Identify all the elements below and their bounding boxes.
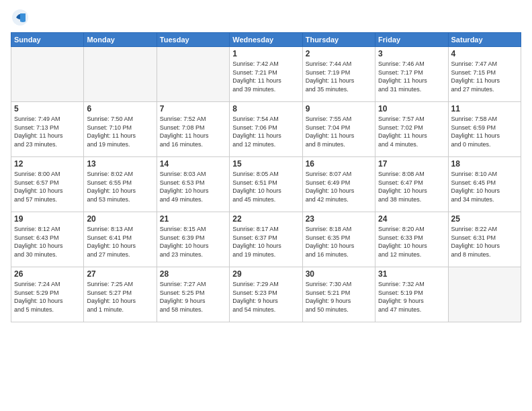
day-number: 22 <box>232 214 299 224</box>
calendar-week-row: 1Sunrise: 7:42 AM Sunset: 7:21 PM Daylig… <box>11 47 521 102</box>
day-info: Sunrise: 7:32 AM Sunset: 5:19 PM Dayligh… <box>378 280 445 314</box>
day-number: 18 <box>451 159 518 169</box>
day-info: Sunrise: 8:05 AM Sunset: 6:51 PM Dayligh… <box>232 170 299 203</box>
day-number: 6 <box>87 104 153 113</box>
day-number: 24 <box>378 214 445 224</box>
calendar-cell <box>11 47 84 102</box>
calendar-week-row: 19Sunrise: 8:12 AM Sunset: 6:43 PM Dayli… <box>11 212 521 267</box>
day-info: Sunrise: 8:18 AM Sunset: 6:35 PM Dayligh… <box>306 225 372 259</box>
weekday-header-monday: Monday <box>84 33 157 47</box>
day-info: Sunrise: 7:52 AM Sunset: 7:08 PM Dayligh… <box>160 115 226 148</box>
day-number: 21 <box>160 214 226 224</box>
weekday-header-tuesday: Tuesday <box>157 33 229 47</box>
calendar-cell: 3Sunrise: 7:46 AM Sunset: 7:17 PM Daylig… <box>375 47 448 102</box>
day-info: Sunrise: 8:08 AM Sunset: 6:47 PM Dayligh… <box>378 170 445 203</box>
calendar-cell: 26Sunrise: 7:24 AM Sunset: 5:29 PM Dayli… <box>11 267 84 322</box>
day-number: 30 <box>306 269 372 279</box>
calendar-cell: 27Sunrise: 7:25 AM Sunset: 5:27 PM Dayli… <box>84 267 157 322</box>
day-number: 28 <box>160 269 226 279</box>
day-number: 3 <box>378 49 445 58</box>
calendar-cell: 7Sunrise: 7:52 AM Sunset: 7:08 PM Daylig… <box>157 102 229 157</box>
calendar-cell: 10Sunrise: 7:57 AM Sunset: 7:02 PM Dayli… <box>375 102 448 157</box>
calendar-week-row: 26Sunrise: 7:24 AM Sunset: 5:29 PM Dayli… <box>11 267 521 322</box>
day-info: Sunrise: 7:24 AM Sunset: 5:29 PM Dayligh… <box>14 280 81 314</box>
day-number: 23 <box>306 214 372 224</box>
day-number: 10 <box>378 104 445 113</box>
calendar-cell: 31Sunrise: 7:32 AM Sunset: 5:19 PM Dayli… <box>375 267 448 322</box>
day-number: 27 <box>87 269 153 279</box>
day-number: 25 <box>451 214 518 224</box>
calendar-cell: 13Sunrise: 8:02 AM Sunset: 6:55 PM Dayli… <box>84 157 157 212</box>
day-info: Sunrise: 8:15 AM Sunset: 6:39 PM Dayligh… <box>160 225 226 259</box>
day-info: Sunrise: 8:02 AM Sunset: 6:55 PM Dayligh… <box>87 170 153 203</box>
day-number: 1 <box>232 49 299 58</box>
day-info: Sunrise: 7:58 AM Sunset: 6:59 PM Dayligh… <box>451 115 518 148</box>
day-info: Sunrise: 7:44 AM Sunset: 7:19 PM Dayligh… <box>306 60 372 93</box>
calendar-cell: 19Sunrise: 8:12 AM Sunset: 6:43 PM Dayli… <box>11 212 84 267</box>
logo <box>11 8 32 27</box>
day-number: 14 <box>160 159 226 169</box>
calendar-cell: 21Sunrise: 8:15 AM Sunset: 6:39 PM Dayli… <box>157 212 229 267</box>
calendar-cell <box>84 47 157 102</box>
day-info: Sunrise: 7:25 AM Sunset: 5:27 PM Dayligh… <box>87 280 153 314</box>
calendar-cell: 4Sunrise: 7:47 AM Sunset: 7:15 PM Daylig… <box>448 47 521 102</box>
day-info: Sunrise: 8:20 AM Sunset: 6:33 PM Dayligh… <box>378 225 445 259</box>
day-number: 12 <box>14 159 81 169</box>
day-number: 19 <box>14 214 81 224</box>
calendar-cell <box>448 267 521 322</box>
page: SundayMondayTuesdayWednesdayThursdayFrid… <box>0 0 532 411</box>
calendar-cell: 12Sunrise: 8:00 AM Sunset: 6:57 PM Dayli… <box>11 157 84 212</box>
calendar-cell: 17Sunrise: 8:08 AM Sunset: 6:47 PM Dayli… <box>375 157 448 212</box>
calendar-cell: 1Sunrise: 7:42 AM Sunset: 7:21 PM Daylig… <box>230 47 302 102</box>
day-number: 5 <box>14 104 81 113</box>
calendar-header-row: SundayMondayTuesdayWednesdayThursdayFrid… <box>11 33 521 47</box>
day-info: Sunrise: 7:55 AM Sunset: 7:04 PM Dayligh… <box>306 115 372 148</box>
weekday-header-saturday: Saturday <box>448 33 521 47</box>
day-info: Sunrise: 8:00 AM Sunset: 6:57 PM Dayligh… <box>14 170 81 203</box>
day-number: 2 <box>306 49 372 58</box>
day-info: Sunrise: 7:49 AM Sunset: 7:13 PM Dayligh… <box>14 115 81 148</box>
calendar-cell: 28Sunrise: 7:27 AM Sunset: 5:25 PM Dayli… <box>157 267 229 322</box>
day-number: 9 <box>306 104 372 113</box>
calendar-cell <box>157 47 229 102</box>
calendar-cell: 2Sunrise: 7:44 AM Sunset: 7:19 PM Daylig… <box>302 47 375 102</box>
weekday-header-wednesday: Wednesday <box>230 33 302 47</box>
day-number: 4 <box>451 49 518 58</box>
day-info: Sunrise: 7:57 AM Sunset: 7:02 PM Dayligh… <box>378 115 445 148</box>
day-info: Sunrise: 7:54 AM Sunset: 7:06 PM Dayligh… <box>232 115 299 148</box>
calendar-cell: 11Sunrise: 7:58 AM Sunset: 6:59 PM Dayli… <box>448 102 521 157</box>
calendar-cell: 16Sunrise: 8:07 AM Sunset: 6:49 PM Dayli… <box>302 157 375 212</box>
day-number: 11 <box>451 104 518 113</box>
day-info: Sunrise: 7:30 AM Sunset: 5:21 PM Dayligh… <box>306 280 372 314</box>
day-info: Sunrise: 7:27 AM Sunset: 5:25 PM Dayligh… <box>160 280 226 314</box>
day-info: Sunrise: 7:50 AM Sunset: 7:10 PM Dayligh… <box>87 115 153 148</box>
calendar-cell: 9Sunrise: 7:55 AM Sunset: 7:04 PM Daylig… <box>302 102 375 157</box>
calendar-cell: 29Sunrise: 7:29 AM Sunset: 5:23 PM Dayli… <box>230 267 302 322</box>
header <box>11 8 521 27</box>
logo-icon <box>11 8 30 27</box>
calendar-cell: 8Sunrise: 7:54 AM Sunset: 7:06 PM Daylig… <box>230 102 302 157</box>
day-number: 16 <box>306 159 372 169</box>
calendar-cell: 24Sunrise: 8:20 AM Sunset: 6:33 PM Dayli… <box>375 212 448 267</box>
day-info: Sunrise: 8:03 AM Sunset: 6:53 PM Dayligh… <box>160 170 226 203</box>
day-info: Sunrise: 7:47 AM Sunset: 7:15 PM Dayligh… <box>451 60 518 93</box>
day-info: Sunrise: 8:17 AM Sunset: 6:37 PM Dayligh… <box>232 225 299 259</box>
weekday-header-thursday: Thursday <box>302 33 375 47</box>
calendar-cell: 30Sunrise: 7:30 AM Sunset: 5:21 PM Dayli… <box>302 267 375 322</box>
calendar-week-row: 5Sunrise: 7:49 AM Sunset: 7:13 PM Daylig… <box>11 102 521 157</box>
day-number: 29 <box>232 269 299 279</box>
calendar-table: SundayMondayTuesdayWednesdayThursdayFrid… <box>11 32 521 322</box>
calendar-cell: 23Sunrise: 8:18 AM Sunset: 6:35 PM Dayli… <box>302 212 375 267</box>
calendar-cell: 15Sunrise: 8:05 AM Sunset: 6:51 PM Dayli… <box>230 157 302 212</box>
day-number: 8 <box>232 104 299 113</box>
day-number: 17 <box>378 159 445 169</box>
day-number: 13 <box>87 159 153 169</box>
day-number: 15 <box>232 159 299 169</box>
day-number: 7 <box>160 104 226 113</box>
day-number: 31 <box>378 269 445 279</box>
day-number: 20 <box>87 214 153 224</box>
calendar-cell: 22Sunrise: 8:17 AM Sunset: 6:37 PM Dayli… <box>230 212 302 267</box>
weekday-header-sunday: Sunday <box>11 33 84 47</box>
calendar-week-row: 12Sunrise: 8:00 AM Sunset: 6:57 PM Dayli… <box>11 157 521 212</box>
day-info: Sunrise: 8:22 AM Sunset: 6:31 PM Dayligh… <box>451 225 518 259</box>
